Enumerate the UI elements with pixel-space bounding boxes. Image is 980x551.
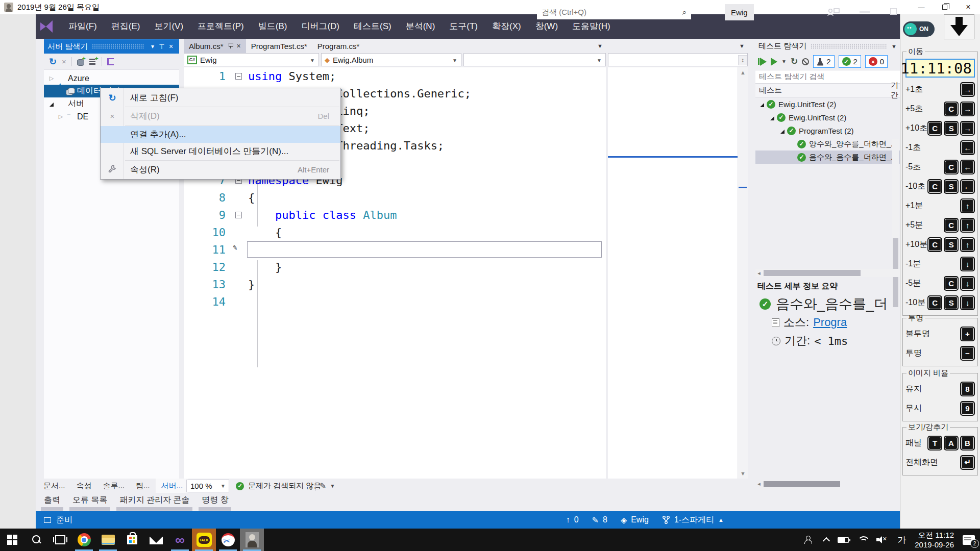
quick-search-box[interactable]: 검색 (Ctrl+Q) ⌕ bbox=[537, 5, 691, 19]
document-tab[interactable]: Program.cs* bbox=[312, 39, 365, 53]
code-line[interactable]: 12 } bbox=[184, 258, 606, 276]
key-cap[interactable]: S bbox=[944, 295, 959, 310]
run-all-tests-icon[interactable] bbox=[758, 58, 767, 66]
collapsed-arrow-icon[interactable]: ▷ bbox=[48, 75, 55, 82]
editor-vertical-scrollbar[interactable]: ↕ ▲ ▼ bbox=[738, 67, 748, 479]
key-cap[interactable]: ↓ bbox=[960, 276, 975, 291]
account-button[interactable]: Ewig bbox=[725, 4, 754, 20]
key-cap[interactable]: ← bbox=[960, 140, 975, 155]
key-cap[interactable]: ↓ bbox=[960, 257, 975, 271]
scroll-thumb[interactable] bbox=[764, 270, 861, 276]
key-cap[interactable]: + bbox=[960, 327, 975, 341]
expanded-arrow-icon[interactable] bbox=[758, 100, 766, 109]
key-cap[interactable]: C bbox=[944, 160, 959, 174]
menubar-item-4[interactable]: 프로젝트(P) bbox=[190, 14, 251, 39]
ime-indicator[interactable]: 가 bbox=[897, 534, 906, 546]
scroll-up-icon[interactable]: ▲ bbox=[740, 69, 746, 76]
scroll-down-icon[interactable]: ▼ bbox=[740, 470, 746, 477]
tool-window-tab[interactable]: 속성 bbox=[71, 479, 97, 493]
cancel-run-icon[interactable] bbox=[802, 58, 809, 65]
feedback-icon[interactable] bbox=[827, 7, 840, 17]
fold-collapse-icon[interactable] bbox=[229, 212, 248, 218]
pending-additions[interactable]: ↑ 0 bbox=[566, 515, 579, 524]
expanded-arrow-icon[interactable] bbox=[769, 113, 776, 122]
output-window-tab[interactable]: 오류 목록 bbox=[66, 493, 113, 507]
menubar-item-9[interactable]: 도구(T) bbox=[442, 14, 485, 39]
code-line[interactable]: 14 bbox=[184, 293, 606, 310]
close-tab-icon[interactable]: × bbox=[237, 42, 241, 50]
key-cap[interactable]: S bbox=[944, 237, 959, 252]
code-line[interactable]: 9 public class Album bbox=[184, 206, 606, 223]
menubar-item-1[interactable]: 파일(F) bbox=[61, 14, 104, 39]
battery-icon[interactable] bbox=[838, 537, 849, 543]
output-window-tab[interactable]: 출력 bbox=[38, 493, 66, 507]
taskbar-icon-task-view[interactable] bbox=[48, 529, 72, 551]
member-combo[interactable]: ▼ bbox=[608, 53, 748, 66]
taskbar-icon-mail[interactable] bbox=[144, 529, 168, 551]
passed-tests-badge[interactable]: ✓ 2 bbox=[839, 55, 861, 68]
window-menu-icon[interactable]: ▾ bbox=[148, 43, 157, 50]
menubar-item-6[interactable]: 디버그(D) bbox=[294, 14, 347, 39]
key-cap[interactable]: → bbox=[960, 121, 975, 136]
key-cap[interactable]: B bbox=[960, 436, 975, 450]
vs-restore-button[interactable] bbox=[890, 8, 897, 15]
key-cap[interactable]: → bbox=[960, 102, 975, 116]
key-cap[interactable]: C bbox=[927, 237, 942, 252]
run-test-icon[interactable] bbox=[771, 58, 777, 66]
restore-button[interactable] bbox=[933, 0, 957, 14]
key-cap[interactable]: 9 bbox=[960, 401, 975, 416]
key-cap[interactable]: C bbox=[927, 179, 942, 194]
context-menu-item[interactable]: ×삭제(D)Del bbox=[101, 108, 340, 124]
menubar-item-7[interactable]: 테스트(S) bbox=[347, 14, 399, 39]
key-cap[interactable]: ↓ bbox=[960, 295, 975, 310]
key-cap[interactable]: A bbox=[944, 436, 959, 450]
key-cap[interactable]: ↑ bbox=[960, 198, 975, 213]
tool-app-icon[interactable] bbox=[944, 14, 974, 39]
minimize-button[interactable]: — bbox=[910, 0, 933, 14]
chevron-down-icon[interactable]: ▼ bbox=[330, 483, 335, 489]
key-cap[interactable]: S bbox=[944, 121, 959, 136]
connect-database-icon[interactable] bbox=[77, 58, 84, 65]
test-search-box[interactable]: 테스트 탐색기 검색 bbox=[755, 70, 900, 84]
key-cap[interactable]: C bbox=[927, 121, 942, 136]
total-tests-badge[interactable]: 2 bbox=[813, 55, 834, 68]
output-window-tab[interactable]: 패키지 관리자 콘솔 bbox=[113, 493, 195, 507]
key-cap[interactable]: ↑ bbox=[960, 218, 975, 233]
split-handle-icon[interactable]: ↕ bbox=[738, 55, 747, 65]
project-combo[interactable]: C# Ewig ▼ bbox=[184, 53, 319, 66]
test-tree-item[interactable]: ✓양수와_양수를_더하면_... bbox=[755, 137, 900, 151]
source-link[interactable]: Progra bbox=[813, 316, 847, 329]
expanded-arrow-icon[interactable] bbox=[779, 127, 786, 135]
code-line[interactable]: 11✎ bbox=[184, 241, 606, 258]
taskbar-icon-visual-studio[interactable]: ∞ bbox=[168, 529, 192, 551]
document-list-dropdown-icon[interactable]: ▼ bbox=[597, 43, 603, 49]
taskbar-icon-chrome[interactable] bbox=[72, 529, 96, 551]
key-cap[interactable]: ↑ bbox=[960, 237, 975, 252]
key-cap[interactable]: → bbox=[960, 82, 975, 97]
wifi-icon[interactable] bbox=[857, 536, 868, 543]
repeat-run-icon[interactable]: ↻ bbox=[791, 56, 798, 67]
key-cap[interactable]: T bbox=[927, 436, 942, 450]
close-button[interactable]: × bbox=[957, 0, 980, 14]
type-combo[interactable]: ◆ Ewig.Album ▼ bbox=[321, 53, 461, 66]
key-cap[interactable]: − bbox=[960, 346, 975, 361]
menubar-item-10[interactable]: 확장(X) bbox=[485, 14, 528, 39]
taskbar-icon-capture[interactable] bbox=[216, 529, 240, 551]
taskbar-icon-file-explorer[interactable] bbox=[96, 529, 120, 551]
menubar-item-8[interactable]: 분석(N) bbox=[399, 14, 443, 39]
output-window-tab[interactable]: 명령 창 bbox=[195, 493, 234, 507]
taskbar-icon-search[interactable] bbox=[24, 529, 48, 551]
document-list-dropdown-icon[interactable]: ▼ bbox=[739, 43, 745, 49]
view-designer-icon[interactable] bbox=[107, 58, 114, 65]
code-line[interactable]: 13} bbox=[184, 276, 606, 293]
test-tree-item[interactable]: ✓Ewig.UnitTest (2) bbox=[755, 111, 900, 124]
test-explorer-titlebar[interactable]: 테스트 탐색기 ▼ bbox=[755, 39, 900, 53]
editor-zoom-control[interactable]: 100 % ▼ bbox=[186, 480, 229, 492]
test-tree-hscrollbar[interactable]: ◂ bbox=[755, 269, 900, 277]
key-cap[interactable]: S bbox=[944, 179, 959, 194]
key-cap[interactable]: C bbox=[927, 295, 942, 310]
code-line[interactable]: 8{ bbox=[184, 189, 606, 206]
pen-icon[interactable]: ✎ bbox=[320, 481, 326, 491]
tool-window-tab[interactable]: 팀... bbox=[130, 479, 156, 493]
pin-icon[interactable] bbox=[228, 43, 233, 49]
